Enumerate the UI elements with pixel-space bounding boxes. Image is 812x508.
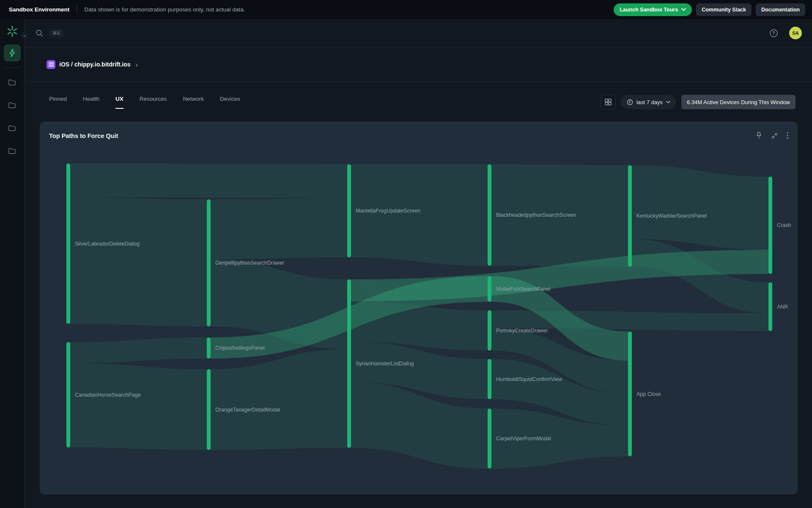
sankey-link[interactable] [211,198,347,259]
sankey-node[interactable] [768,177,772,274]
user-avatar[interactable]: SA [789,27,802,39]
documentation-button[interactable]: Documentation [756,3,805,16]
clock-icon [627,99,633,105]
sidebar-item-folder-3[interactable] [4,119,21,136]
folder-icon [8,78,16,87]
sankey-node[interactable] [488,164,491,266]
app-header: ⌘K ? SA [25,19,812,47]
documentation-label: Documentation [761,7,800,13]
breadcrumb-chevron-icon[interactable]: › [136,61,138,68]
time-range-label: last 7 days [636,99,663,105]
sankey-node[interactable] [207,199,211,326]
community-slack-button[interactable]: Community Slack [696,3,752,16]
sidebar-item-folder-2[interactable] [4,97,21,113]
sankey-node-label: CarpetViperFormModal [496,436,551,442]
launch-sandbox-tours-label: Launch Sandbox Tours [620,7,678,13]
kebab-menu-icon[interactable] [787,132,788,139]
sankey-node[interactable] [628,165,632,267]
sidebar-divider [3,67,21,68]
sankey-link[interactable] [632,165,768,250]
sidebar-item-workflows[interactable] [4,44,21,61]
sankey-node-label: MulletFishSearchPanel [496,286,551,292]
sankey-node[interactable] [347,279,351,448]
sankey-link[interactable] [211,349,347,450]
search-shortcut-hint: ⌘K [49,29,63,37]
layout-grid-button[interactable] [601,94,616,110]
sidebar-item-folder-1[interactable] [4,74,21,91]
global-search[interactable]: ⌘K [36,29,63,37]
bitdrift-logo[interactable] [5,24,19,39]
sankey-node-label: CanadianHorseSearchPage [75,392,141,398]
folder-icon [8,124,16,133]
sidebar-item-folder-4[interactable] [4,142,21,159]
sankey-node-label: BlackheadedpythonSearchScreen [496,212,576,218]
sankey-node-label: PomskyCreateDrawer [496,328,548,334]
sankey-node-label: SilverLabradorDeleteDialog [75,241,140,247]
active-devices-badge: 6.34M Active Devices During This Window [681,95,796,109]
time-range-dropdown[interactable]: last 7 days [621,95,676,109]
sankey-node-label: SyrianHamsterListDialog [356,361,414,367]
sankey-link[interactable] [70,163,347,198]
sankey-node[interactable] [347,164,351,257]
sankey-link[interactable] [70,197,207,326]
sankey-chart: SilverLabradorDeleteDialogCanadianHorseS… [40,121,798,494]
help-icon[interactable]: ? [769,29,778,38]
sankey-node-label: HumboldtSquidConfirmView [496,376,562,382]
svg-text:?: ? [772,30,775,36]
sankey-node-label: MantellaFrogUpdateScreen [356,208,420,214]
sankey-node[interactable] [66,342,70,447]
banner-message: Data shown is for demonstration purposes… [84,6,245,13]
grid-icon [605,99,612,105]
panel-title: Top Paths to Force Quit [49,133,118,139]
breadcrumb[interactable]: iOS / chippy.io.bitdrift.ios [59,61,131,68]
chevron-down-icon [681,8,686,11]
folder-icon [8,101,16,110]
sankey-node[interactable] [488,359,491,399]
sankey-node[interactable] [488,276,491,302]
lightning-icon [8,48,17,58]
launch-sandbox-tours-button[interactable]: Launch Sandbox Tours [614,3,692,16]
view-controls: last 7 days 6.34M Active Devices During … [601,94,796,110]
tab-health[interactable]: Health [83,96,99,109]
sankey-node[interactable] [207,369,211,450]
sankey-node[interactable] [768,282,772,331]
sandbox-banner: Sandbox Environment Data shown is for de… [0,0,812,19]
community-slack-label: Community Slack [702,7,746,13]
banner-title: Sandbox Environment [9,6,69,13]
collapse-icon[interactable] [771,132,778,139]
top-paths-panel: SilverLabradorDeleteDialogCanadianHorseS… [40,121,798,494]
folder-icon [8,146,16,155]
sankey-node-label: App Close [636,391,661,397]
chevron-down-icon [666,101,670,103]
sidebar-expand-button[interactable]: › [21,32,28,39]
sankey-node-label: OenpellipythonSearchDrawer [215,260,284,266]
banner-divider [77,6,77,14]
active-devices-label: 6.34M Active Devices During This Window [687,99,790,105]
tabs: PinnedHealthUXResourcesNetworkDevices [49,96,240,109]
sankey-node[interactable] [628,331,632,456]
sankey-link[interactable] [70,363,207,450]
sankey-node-label: ANR [777,304,788,310]
tab-ux[interactable]: UX [115,96,123,109]
sankey-node-label: ChipooSettingsPanel [215,345,265,351]
sankey-node[interactable] [488,409,491,469]
sankey-link[interactable] [351,164,488,266]
sankey-link[interactable] [70,337,207,363]
sankey-node-label: KentuckyWarblerSearchPanel [636,213,707,219]
sidebar [0,19,25,508]
search-icon [36,29,44,37]
sankey-node[interactable] [207,337,211,359]
breadcrumb-row: iOS / chippy.io.bitdrift.ios › [25,47,812,82]
sankey-node-label: OrangeTanagerDetailModal [215,407,280,413]
tab-devices[interactable]: Devices [220,96,240,109]
tab-pinned[interactable]: Pinned [49,96,67,109]
sankey-node[interactable] [488,310,491,351]
app-grid-icon [47,60,55,69]
pin-icon[interactable] [755,132,763,139]
bitdrift-spark-icon [7,26,18,37]
tab-network[interactable]: Network [183,96,204,109]
sankey-node[interactable] [66,163,70,324]
sankey-node-label: Crash [777,222,791,228]
tab-resources[interactable]: Resources [140,96,167,109]
